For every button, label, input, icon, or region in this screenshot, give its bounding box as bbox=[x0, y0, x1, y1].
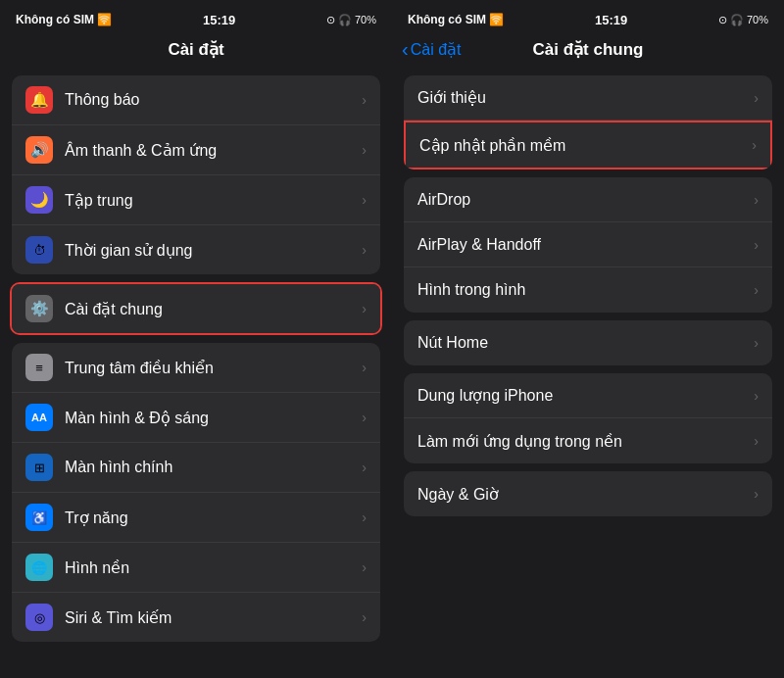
item-trung-tam[interactable]: ≡ Trung tâm điều khiển › bbox=[12, 343, 380, 393]
am-thanh-chevron: › bbox=[362, 142, 367, 158]
left-group-2-highlighted: ⚙️ Cài đặt chung › bbox=[10, 282, 382, 335]
left-group-3: ≡ Trung tâm điều khiển › AA Màn hình & Đ… bbox=[12, 343, 380, 642]
thong-bao-icon: 🔔 bbox=[25, 86, 53, 114]
item-man-hinh[interactable]: AA Màn hình & Độ sáng › bbox=[12, 393, 380, 443]
man-hinh-chevron: › bbox=[362, 410, 367, 425]
left-settings-list[interactable]: 🔔 Thông báo › 🔊 Âm thanh & Cảm ứng › 🌙 T… bbox=[0, 68, 392, 678]
item-nut-home[interactable]: Nút Home › bbox=[404, 320, 772, 365]
tap-trung-icon: 🌙 bbox=[25, 186, 53, 214]
right-status-time: 15:19 bbox=[595, 13, 627, 27]
airplay-chevron: › bbox=[754, 237, 759, 253]
left-nav-bar: Cài đặt bbox=[0, 35, 392, 68]
am-thanh-icon: 🔊 bbox=[25, 136, 53, 164]
nut-home-chevron: › bbox=[754, 335, 759, 351]
item-thoi-gian[interactable]: ⏱ Thời gian sử dụng › bbox=[12, 225, 380, 274]
man-hinh-label: Màn hình & Độ sáng bbox=[65, 409, 356, 427]
item-am-thanh[interactable]: 🔊 Âm thanh & Cảm ứng › bbox=[12, 125, 380, 175]
cai-dat-chung-label: Cài đặt chung bbox=[65, 300, 356, 318]
item-tap-trung[interactable]: 🌙 Tập trung › bbox=[12, 175, 380, 225]
thoi-gian-icon: ⏱ bbox=[25, 236, 53, 264]
ngay-gio-chevron: › bbox=[754, 486, 759, 502]
right-status-bar: Không có SIM 🛜 15:19 ⊙ 🎧 70% bbox=[392, 0, 784, 35]
right-group-2: AirDrop › AirPlay & Handoff › Hình trong… bbox=[404, 177, 772, 313]
siri-chevron: › bbox=[362, 609, 367, 625]
am-thanh-label: Âm thanh & Cảm ứng bbox=[65, 141, 356, 160]
lam-moi-label: Làm mới ứng dụng trong nền bbox=[417, 432, 748, 451]
tap-trung-label: Tập trung bbox=[65, 191, 356, 210]
right-nav-bar: ‹ Cài đặt Cài đặt chung bbox=[392, 35, 784, 68]
left-phone-panel: Không có SIM 🛜 15:19 ⊙ 🎧 70% Cài đặt 🔔 T… bbox=[0, 0, 392, 678]
item-airplay[interactable]: AirPlay & Handoff › bbox=[404, 222, 772, 267]
nav-back-chevron-icon: ‹ bbox=[402, 38, 409, 61]
left-status-battery: ⊙ 🎧 70% bbox=[326, 14, 376, 26]
airdrop-label: AirDrop bbox=[417, 191, 748, 209]
right-group-1: Giới thiệu › Cập nhật phần mềm › bbox=[404, 75, 772, 170]
right-nav-title: Cài đặt chung bbox=[533, 39, 644, 60]
dung-luong-chevron: › bbox=[754, 388, 759, 404]
right-group-4: Dung lượng iPhone › Làm mới ứng dụng tro… bbox=[404, 373, 772, 463]
hinh-trong-hinh-label: Hình trong hình bbox=[417, 281, 748, 299]
dung-luong-label: Dung lượng iPhone bbox=[417, 386, 748, 405]
item-thong-bao[interactable]: 🔔 Thông báo › bbox=[12, 75, 380, 125]
item-cap-nhat[interactable]: Cập nhật phần mềm › bbox=[406, 122, 770, 168]
thong-bao-label: Thông báo bbox=[65, 91, 356, 109]
item-dung-luong[interactable]: Dung lượng iPhone › bbox=[404, 373, 772, 418]
nut-home-label: Nút Home bbox=[417, 334, 748, 352]
item-gioi-thieu[interactable]: Giới thiệu › bbox=[404, 75, 772, 121]
tap-trung-chevron: › bbox=[362, 192, 367, 208]
item-airdrop[interactable]: AirDrop › bbox=[404, 177, 772, 222]
right-settings-list[interactable]: Giới thiệu › Cập nhật phần mềm › AirDrop… bbox=[392, 68, 784, 678]
man-hinh-icon: AA bbox=[25, 404, 53, 431]
left-nav-title: Cài đặt bbox=[168, 39, 223, 60]
cap-nhat-label: Cập nhật phần mềm bbox=[419, 136, 746, 155]
item-siri[interactable]: ◎ Siri & Tìm kiếm › bbox=[12, 593, 380, 642]
item-hinh-trong-hinh[interactable]: Hình trong hình › bbox=[404, 267, 772, 313]
hinh-trong-hinh-chevron: › bbox=[754, 282, 759, 298]
nav-back-label: Cài đặt bbox=[411, 40, 462, 59]
item-lam-moi[interactable]: Làm mới ứng dụng trong nền › bbox=[404, 418, 772, 463]
right-group-3: Nút Home › bbox=[404, 320, 772, 365]
hinh-nen-icon: 🌐 bbox=[25, 554, 53, 581]
trung-tam-chevron: › bbox=[362, 360, 367, 375]
nav-back-button[interactable]: ‹ Cài đặt bbox=[402, 38, 461, 61]
siri-icon: ◎ bbox=[25, 604, 53, 631]
lam-moi-chevron: › bbox=[754, 433, 759, 449]
tro-nang-label: Trợ năng bbox=[65, 508, 356, 527]
item-hinh-nen[interactable]: 🌐 Hình nền › bbox=[12, 543, 380, 593]
trung-tam-icon: ≡ bbox=[25, 354, 53, 381]
left-status-time: 15:19 bbox=[203, 13, 235, 27]
gioi-thieu-label: Giới thiệu bbox=[417, 88, 748, 107]
gioi-thieu-chevron: › bbox=[754, 90, 759, 106]
man-hinh-chinh-icon: ⊞ bbox=[25, 454, 53, 481]
thoi-gian-chevron: › bbox=[362, 242, 367, 258]
ngay-gio-label: Ngày & Giờ bbox=[417, 485, 748, 504]
item-cai-dat-chung[interactable]: ⚙️ Cài đặt chung › bbox=[12, 284, 380, 333]
left-group-1: 🔔 Thông báo › 🔊 Âm thanh & Cảm ứng › 🌙 T… bbox=[12, 75, 380, 274]
right-group-5: Ngày & Giờ › bbox=[404, 471, 772, 516]
item-man-hinh-chinh[interactable]: ⊞ Màn hình chính › bbox=[12, 443, 380, 493]
man-hinh-chinh-chevron: › bbox=[362, 460, 367, 475]
cap-nhat-chevron: › bbox=[752, 137, 757, 153]
airplay-label: AirPlay & Handoff bbox=[417, 236, 748, 254]
airdrop-chevron: › bbox=[754, 192, 759, 208]
right-phone-panel: Không có SIM 🛜 15:19 ⊙ 🎧 70% ‹ Cài đặt C… bbox=[392, 0, 784, 678]
hinh-nen-chevron: › bbox=[362, 559, 367, 575]
trung-tam-label: Trung tâm điều khiển bbox=[65, 359, 356, 377]
siri-label: Siri & Tìm kiếm bbox=[65, 608, 356, 627]
hinh-nen-label: Hình nền bbox=[65, 558, 356, 577]
right-status-signal: Không có SIM 🛜 bbox=[408, 13, 504, 26]
left-status-bar: Không có SIM 🛜 15:19 ⊙ 🎧 70% bbox=[0, 0, 392, 35]
tro-nang-icon: ♿ bbox=[25, 504, 53, 531]
left-status-signal: Không có SIM 🛜 bbox=[16, 13, 112, 26]
right-status-battery: ⊙ 🎧 70% bbox=[718, 14, 768, 26]
item-ngay-gio[interactable]: Ngày & Giờ › bbox=[404, 471, 772, 516]
tro-nang-chevron: › bbox=[362, 509, 367, 525]
item-tro-nang[interactable]: ♿ Trợ năng › bbox=[12, 493, 380, 543]
thong-bao-chevron: › bbox=[362, 92, 367, 108]
thoi-gian-label: Thời gian sử dụng bbox=[65, 241, 356, 260]
cai-dat-chung-chevron: › bbox=[362, 301, 367, 316]
cai-dat-chung-icon: ⚙️ bbox=[25, 295, 53, 322]
man-hinh-chinh-label: Màn hình chính bbox=[65, 459, 356, 476]
